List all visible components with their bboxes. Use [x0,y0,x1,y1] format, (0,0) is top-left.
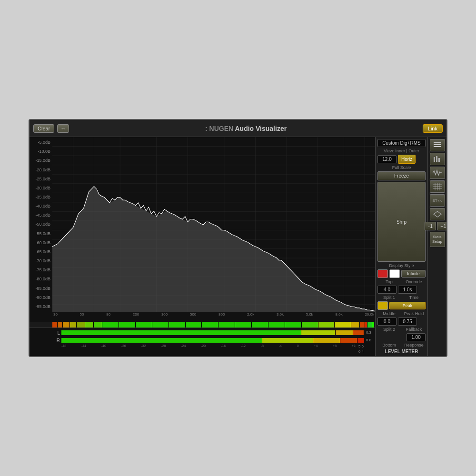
db-label: -65.0dB [30,250,52,254]
peak-hold-button[interactable]: Peak [389,302,426,309]
scale-label: -44 [81,344,86,354]
scale-label: +1; [352,344,357,354]
right-controls-panel: Custom Dig+RMS View: Inner | Outer 12.0 … [375,137,427,356]
minus-one-button[interactable]: -1 [425,222,436,230]
level-meters: L 0.3 R [30,327,375,356]
stats-setup-button[interactable]: Stats Setup [430,232,445,247]
mesh-icon-btn[interactable] [430,180,445,193]
infinite-button[interactable]: Infinite [401,270,426,278]
right-icons-panel: ST ∿∿ -1 +1 Stats Setup [427,137,446,356]
split2-input[interactable]: 0.0 [377,317,397,326]
db-label: -95.0dB [30,305,52,309]
wave-icon-btn[interactable] [430,167,445,179]
view-mode-label: View: Inner | Outer [377,149,426,153]
svg-rect-34 [436,156,437,162]
freeze-button[interactable]: Freeze [377,171,426,180]
scale-label: -36 [121,344,126,354]
freq-label: 2.0k [247,312,254,317]
top-response-bar [52,322,374,327]
title-app: Audio Visualizer [233,125,287,132]
scale-label: +8 [333,344,337,354]
plugin-container: Clear ↔ : NUGEN Audio Visualizer Link -5… [29,119,447,357]
svg-rect-30 [434,142,441,143]
swap-button[interactable]: ↔ [57,124,69,133]
r-value-3: 0.4 [358,349,364,354]
l-value-1: 0.3 [366,331,371,335]
svg-rect-32 [434,146,441,147]
meter-r-bar [61,338,364,343]
title-brand: NUGEN [208,125,233,132]
svg-rect-33 [434,157,435,162]
display-mode-label: Custom Dig+RMS [377,139,426,147]
channel-r-label: R [52,338,60,343]
split2-row: 0.0 0.75 [377,317,426,326]
bottom-label: Bottom [377,343,401,347]
diamond-icon-btn[interactable] [430,208,445,220]
time-input[interactable]: 1.0s [398,286,417,294]
scale-label: 0 [297,344,299,354]
freq-label: 5.0k [306,312,313,317]
top-color-row: Infinite [377,269,426,278]
scale-input[interactable]: 12.0 [377,155,397,163]
middle-color-swatch[interactable] [377,301,388,310]
shrp-button[interactable]: Shrp [377,182,426,262]
response-label: Response [402,343,426,347]
override-label: Override [402,279,426,284]
db-label: -45.0dB [30,213,52,218]
scale-label: +4 [314,344,317,354]
split1-label: Split 1 [377,295,401,300]
fallback-input[interactable]: 0.75 [398,317,417,326]
plus-one-button[interactable]: +1 [437,222,446,230]
main-area: -5.0dB -10.0B -15.0dB -20.0dB -25.0dB -3… [30,137,446,356]
bars-icon-btn[interactable] [430,153,445,165]
app-title: : NUGEN Audio Visualizer [69,125,423,132]
db-label: -60.0dB [30,241,52,245]
spectrum-canvas[interactable]: -5.0dB -10.0B -15.0dB -20.0dB -25.0dB -3… [30,137,375,312]
freq-label: 800 [218,312,225,317]
split2-label: Split 2 [377,327,401,332]
db-scale-labels: -48 -44 -40 -36 -32 -28 -24 -20 -16 -12 … [52,344,375,354]
stereo-icon-btn[interactable]: ST ∿∿ [430,194,445,207]
scale-label: -32 [141,344,146,354]
top-color-swatch[interactable] [377,269,388,278]
lines-icon-btn[interactable] [430,139,445,151]
split2-label-row: Split 2 Fallback [377,327,426,332]
clear-button[interactable]: Clear [33,124,54,133]
spectrum-area: -5.0dB -10.0B -15.0dB -20.0dB -25.0dB -3… [30,137,375,356]
stereo-icon: ST [432,198,437,203]
response-input[interactable]: 1.00 [407,333,426,341]
scale-label: -24 [181,344,186,354]
middle-label-row: Middle Peak Hold [377,311,426,316]
link-button[interactable]: Link [423,124,443,133]
db-labels: -5.0dB -10.0B -15.0dB -20.0dB -25.0dB -3… [30,137,52,312]
r-value-2: 5.6 [358,344,364,348]
middle-label: Middle [377,311,401,316]
scale-label: -8 [261,344,264,354]
split1-input[interactable]: 4.0 [377,286,397,294]
freq-label: 300 [161,312,168,317]
db-label: -85.0dB [30,287,52,291]
lines-icon [433,141,442,149]
svg-marker-29 [52,187,375,313]
scale-label: -20 [201,344,206,354]
svg-marker-43 [434,211,441,217]
top-color-white[interactable] [389,269,400,278]
svg-rect-35 [438,158,440,162]
time-label: Time [402,295,426,300]
diamond-icon [433,210,442,218]
wave-icon [433,169,442,177]
scale-label: -12 [241,344,246,354]
db-label: -25.0dB [30,177,52,181]
top-label: Top [377,279,401,284]
middle-row: Peak [377,301,426,310]
horiz-button[interactable]: Horiz [398,155,416,164]
db-label: -80.0dB [30,277,52,281]
freq-label: 3.0k [277,312,284,317]
bars-icon [433,155,442,163]
db-label: -40.0dB [30,204,52,208]
level-meter-label: LEVEL METER [377,349,426,354]
freq-label: 50 [80,312,84,317]
svg-rect-31 [434,144,441,145]
freq-scale: 30 50 80 200 300 500 800 2.0k 3.0k 5.0k … [52,312,375,317]
scale-row: 12.0 Horiz [377,155,426,164]
